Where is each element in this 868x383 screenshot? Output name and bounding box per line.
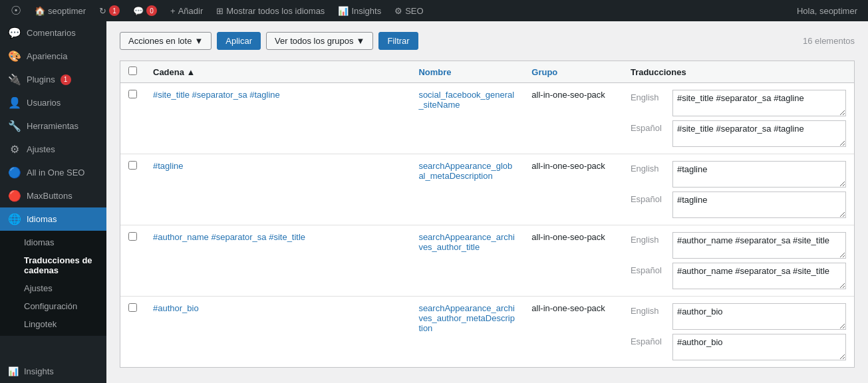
lang-label: English xyxy=(631,161,667,174)
cadena-link[interactable]: #tagline xyxy=(153,161,184,171)
submenu-idiomas[interactable]: Idiomas xyxy=(0,233,106,251)
adminbar-site[interactable]: 🏠 seoptimer xyxy=(29,0,91,21)
sidebar-item-usuarios[interactable]: 👤 Usuarios xyxy=(0,91,106,114)
sidebar-item-comentarios[interactable]: 💬 Comentarios xyxy=(0,21,106,45)
sidebar: 💬 Comentarios 🎨 Apariencia 🔌 Plugins 1 👤… xyxy=(0,21,106,383)
table-row: #author_biosearchAppearance_archives_aut… xyxy=(120,297,854,368)
translation-row: EnglishEspañol xyxy=(631,303,846,360)
traducciones-header: Traducciones xyxy=(623,61,854,83)
translation-row: EnglishEspañol xyxy=(631,90,846,147)
lang-label: English xyxy=(631,303,667,316)
submenu-ajustes[interactable]: Ajustes xyxy=(0,279,106,297)
chart-icon: 📊 xyxy=(338,6,349,16)
filter-button[interactable]: Filtrar xyxy=(378,32,418,50)
adminbar-updates[interactable]: ↻ 1 xyxy=(94,0,125,21)
sidebar-item-ajustes[interactable]: ⚙ Ajustes xyxy=(0,138,106,161)
cadena-link[interactable]: #author_bio xyxy=(153,303,199,313)
translation-entry: Español xyxy=(631,334,846,360)
comment-icon: 💬 xyxy=(8,27,21,39)
user-icon: 👤 xyxy=(8,96,21,109)
translation-input[interactable] xyxy=(672,90,846,116)
allinone-icon: 🔵 xyxy=(8,166,21,179)
adminbar-new[interactable]: + Añadir xyxy=(165,0,208,21)
submenu-configuracion[interactable]: Configuración xyxy=(0,297,106,315)
apply-button[interactable]: Aplicar xyxy=(217,32,261,50)
strings-table-container: Cadena ▲ Nombre Grupo Traducciones #site… xyxy=(120,61,855,368)
cadena-link[interactable]: #site_title #separator_sa #tagline xyxy=(153,90,280,100)
sidebar-item-herramientas[interactable]: 🔧 Herramientas xyxy=(0,114,106,138)
adminbar-insights[interactable]: 📊 Insights xyxy=(333,0,386,21)
nombre-link[interactable]: searchAppearance_archives_author_metaDes… xyxy=(418,303,515,333)
cadena-link[interactable]: #author_name #separator_sa #site_title xyxy=(153,232,305,242)
nombre-link[interactable]: searchAppearance_archives_author_title xyxy=(418,232,515,252)
translation-input[interactable] xyxy=(672,120,846,147)
wp-logo[interactable]: ☉ xyxy=(5,3,27,18)
elements-count: 16 elementos xyxy=(803,36,855,46)
seo-icon: ⚙ xyxy=(394,6,402,16)
lang-label: Español xyxy=(631,120,667,133)
maxbuttons-icon: 🔴 xyxy=(8,190,21,202)
nombre-header[interactable]: Nombre xyxy=(418,67,451,77)
translation-input[interactable] xyxy=(672,161,846,188)
row-checkbox[interactable] xyxy=(128,161,137,170)
updates-badge: 1 xyxy=(109,5,120,16)
main-content: Acciones en lote ▼ Aplicar Ver todos los… xyxy=(106,21,868,383)
translation-entry: Español xyxy=(631,120,846,147)
toolbar: Acciones en lote ▼ Aplicar Ver todos los… xyxy=(120,32,855,50)
lang-label: English xyxy=(631,232,667,245)
lang-label: Español xyxy=(631,192,667,204)
row-checkbox[interactable] xyxy=(128,232,137,241)
adminbar-languages[interactable]: ⊞ Mostrar todos los idiomas xyxy=(211,0,330,21)
table-row: #author_name #separator_sa #site_titlese… xyxy=(120,225,854,297)
grid-icon: ⊞ xyxy=(216,6,223,16)
view-groups-button[interactable]: Ver todos los grupos ▼ xyxy=(266,32,373,50)
strings-table: Cadena ▲ Nombre Grupo Traducciones #site… xyxy=(120,61,854,367)
select-all-checkbox[interactable] xyxy=(128,66,137,75)
insights-icon: 📊 xyxy=(8,366,19,376)
globe-icon: 🌐 xyxy=(8,213,21,225)
home-icon: 🏠 xyxy=(35,6,45,16)
sidebar-item-idiomas[interactable]: 🌐 Idiomas xyxy=(0,207,106,231)
translation-input[interactable] xyxy=(672,232,846,259)
refresh-icon: ↻ xyxy=(99,6,106,16)
adminbar-greeting: Hola, seoptimer xyxy=(792,6,863,16)
row-checkbox[interactable] xyxy=(128,90,137,98)
sidebar-item-plugins[interactable]: 🔌 Plugins 1 xyxy=(0,68,106,91)
translation-row: EnglishEspañol xyxy=(631,161,846,218)
gear-icon: ⚙ xyxy=(8,143,21,156)
comments-badge: 0 xyxy=(146,5,157,16)
translation-input[interactable] xyxy=(672,303,846,330)
plugin-icon: 🔌 xyxy=(8,73,21,86)
sidebar-item-allinone[interactable]: 🔵 All in One SEO xyxy=(0,161,106,184)
insights-bar[interactable]: 📊 Insights xyxy=(0,360,106,383)
tools-icon: 🔧 xyxy=(8,120,21,132)
active-indicator xyxy=(104,207,106,231)
adminbar-seo[interactable]: ⚙ SEO xyxy=(389,0,428,21)
submenu-traducciones[interactable]: Traducciones de cadenas xyxy=(0,251,106,279)
table-row: #taglinesearchAppearance_global_metaDesc… xyxy=(120,154,854,225)
chevron-down-icon: ▼ xyxy=(194,36,203,46)
plus-icon: + xyxy=(170,6,176,16)
nombre-link[interactable]: social_facebook_general_siteName xyxy=(418,90,514,110)
plugins-badge: 1 xyxy=(61,74,71,85)
adminbar-comments[interactable]: 💬 0 xyxy=(128,0,162,21)
sidebar-item-maxbuttons[interactable]: 🔴 MaxButtons xyxy=(0,184,106,207)
grupo-value: all-in-one-seo-pack xyxy=(531,303,605,313)
grupo-value: all-in-one-seo-pack xyxy=(531,232,605,242)
translation-entry: Español xyxy=(631,192,846,218)
grupo-header[interactable]: Grupo xyxy=(531,67,557,77)
table-row: #site_title #separator_sa #taglinesocial… xyxy=(120,83,854,154)
translation-input[interactable] xyxy=(672,192,846,218)
translation-input[interactable] xyxy=(672,334,846,360)
bulk-actions-button[interactable]: Acciones en lote ▼ xyxy=(120,32,212,50)
cadena-header[interactable]: Cadena ▲ xyxy=(153,67,195,77)
translation-entry: Español xyxy=(631,263,846,289)
nombre-link[interactable]: searchAppearance_global_metaDescription xyxy=(418,161,512,181)
sidebar-item-apariencia[interactable]: 🎨 Apariencia xyxy=(0,45,106,68)
translation-entry: English xyxy=(631,232,846,259)
grupo-value: all-in-one-seo-pack xyxy=(531,90,605,100)
grupo-value: all-in-one-seo-pack xyxy=(531,161,605,171)
submenu-lingotek[interactable]: Lingotek xyxy=(0,315,106,333)
row-checkbox[interactable] xyxy=(128,303,137,312)
translation-input[interactable] xyxy=(672,263,846,289)
